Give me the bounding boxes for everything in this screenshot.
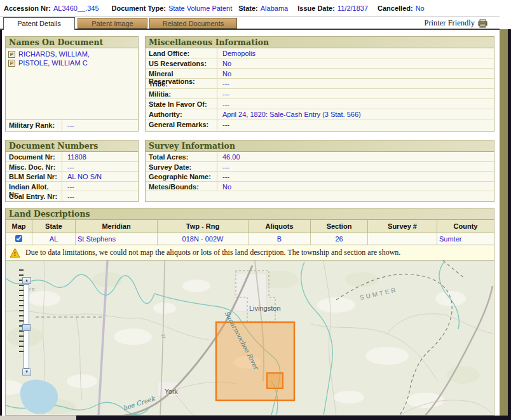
row-value: ---	[217, 79, 494, 88]
table-header-row: Map State Meridian Twp - Rng Aliquots Se…	[6, 220, 494, 233]
row-label: Militia:	[146, 89, 217, 98]
row-value: ---	[62, 191, 138, 201]
row-value: ---	[217, 89, 494, 98]
tab-patent-image[interactable]: Patent Image	[78, 18, 147, 29]
map-checkbox[interactable]	[15, 235, 22, 242]
patent-summary-bar: Accession Nr: AL3460__.345 Document Type…	[0, 0, 500, 17]
col-header-map: Map	[6, 220, 32, 233]
zoom-slider-track[interactable]	[24, 284, 29, 369]
map-checkbox-cell	[6, 233, 32, 245]
highway-17-label: 17	[161, 334, 166, 339]
printer-friendly-label: Printer Friendly	[424, 18, 475, 28]
col-header-section: Section	[311, 220, 368, 233]
row-label: Land Office:	[146, 48, 217, 58]
row-label: Total Acres:	[146, 152, 217, 161]
row-value: No	[217, 69, 494, 78]
row-label: Mineral Reservations:	[146, 69, 217, 78]
glo-patent-details-page: Accession Nr: AL3460__.345 Document Type…	[0, 0, 511, 420]
cell-meridian: St Stephens	[76, 233, 158, 245]
cancelled-value: No	[416, 4, 425, 12]
row-value: ---	[217, 99, 494, 109]
col-header-survey: Survey #	[368, 220, 437, 233]
row-label: Document Nr:	[6, 152, 62, 161]
printer-friendly-link[interactable]: Printer Friendly	[424, 18, 488, 28]
row-label: Survey Date:	[146, 162, 217, 172]
military-rank-label: Military Rank:	[6, 120, 62, 131]
row-label: General Remarks:	[146, 119, 217, 130]
row-label: Indian Allot. Nr:	[6, 182, 62, 191]
section-26-highlight	[267, 373, 283, 388]
row-value: ---	[217, 172, 494, 181]
svg-text:!: !	[14, 250, 16, 257]
right-frame-edge	[508, 29, 511, 420]
bottom-left-gray-strip	[0, 416, 76, 420]
cell-aliquots: B	[249, 233, 311, 245]
cell-survey-nr	[368, 233, 437, 245]
town-label-york: York	[165, 388, 178, 395]
land-descriptions-table: Map State Meridian Twp - Rng Aliquots Se…	[6, 220, 494, 245]
row-value: ---	[62, 182, 138, 191]
map-warning-bar: ! Due to data limitations, we could not …	[6, 245, 494, 261]
tab-related-documents[interactable]: Related Documents	[149, 18, 237, 29]
names-panel: Names On Document P RICHARDS, WILLIAM, P…	[5, 36, 139, 132]
survey-info-panel: Survey Information Total Acres:46.00 Sur…	[145, 140, 494, 202]
row-value: ---	[217, 119, 494, 130]
patentee-name: RICHARDS, WILLIAM,	[18, 50, 90, 58]
accession-field: Accession Nr: AL3460__.345	[4, 4, 99, 12]
row-label: State In Favor Of:	[146, 99, 217, 109]
row-label: Misc. Doc. Nr:	[6, 162, 62, 172]
issue-date-value: 11/2/1837	[337, 4, 368, 12]
misc-info-panel: Miscellaneous Information Land Office:De…	[145, 36, 494, 132]
row-label: Coal Entry. Nr:	[6, 191, 62, 201]
cancelled-field: Cancelled: No	[378, 4, 425, 12]
zoom-slider-handle[interactable]	[22, 324, 31, 331]
patentee-link[interactable]: P RICHARDS, WILLIAM,	[8, 50, 135, 58]
cell-county: Sumter	[437, 233, 494, 245]
doc-numbers-panel: Document Numbers Document Nr:11808 Misc.…	[5, 140, 139, 202]
left-frame-edge	[0, 29, 2, 416]
row-value: Demopolis	[217, 48, 494, 58]
cancelled-label: Cancelled:	[378, 4, 413, 12]
patentee-icon: P	[8, 51, 15, 58]
doc-type-label: Document Type:	[112, 4, 166, 12]
issue-date-label: Issue Date:	[297, 4, 335, 12]
cell-state: AL	[32, 233, 76, 245]
row-label: Metes/Bounds:	[146, 182, 217, 191]
printer-icon	[478, 19, 488, 28]
cell-twp-rng: 018N - 002W	[158, 233, 249, 245]
doc-numbers-title: Document Numbers	[6, 140, 138, 152]
row-value: 11808	[62, 152, 138, 161]
bottom-frame-edge	[76, 416, 508, 420]
land-descriptions-title: Land Descriptions	[6, 208, 494, 220]
col-header-meridian: Meridian	[76, 220, 158, 233]
warning-icon: !	[10, 248, 20, 258]
warning-text: Due to data limitations, we could not ma…	[25, 248, 400, 257]
patentee-name: PISTOLE, WILLIAM C	[18, 59, 88, 67]
military-rank-value: ---	[62, 120, 138, 131]
col-header-twp-rng: Twp - Rng	[158, 220, 249, 233]
row-label: Geographic Name:	[146, 172, 217, 181]
map-viewport[interactable]: Livingston York SUMTER Sucarnoochee Rive…	[6, 261, 494, 415]
right-olive-strip	[500, 29, 508, 420]
col-header-county: County	[437, 220, 494, 233]
doc-type-field: Document Type: State Volume Patent	[112, 4, 233, 12]
row-value: April 24, 1820: Sale-Cash Entry (3 Stat.…	[217, 109, 494, 119]
issue-date-field: Issue Date: 11/2/1837	[297, 4, 368, 12]
patentee-link[interactable]: P PISTOLE, WILLIAM C	[8, 59, 135, 67]
tab-patent-details[interactable]: Patent Details	[3, 17, 75, 30]
state-label: State:	[238, 4, 258, 12]
names-panel-title: Names On Document	[6, 37, 138, 48]
zoom-in-button[interactable]: ▲	[22, 277, 31, 284]
patentee-icon: P	[8, 60, 15, 67]
tab-bar: Patent Details Patent Image Related Docu…	[0, 17, 500, 30]
accession-label: Accession Nr:	[4, 4, 51, 12]
row-value: 46.00	[217, 152, 494, 161]
row-label: US Reservations:	[146, 58, 217, 68]
basemap: Livingston York SUMTER Sucarnoochee Rive…	[6, 261, 494, 415]
row-value: AL NO S/N	[62, 172, 138, 181]
state-field: State: Alabama	[238, 4, 288, 12]
state-value: Alabama	[261, 4, 288, 12]
doc-type-value: State Volume Patent	[168, 4, 232, 12]
row-label: BLM Serial Nr:	[6, 172, 62, 181]
zoom-out-button[interactable]: ▼	[22, 369, 31, 376]
